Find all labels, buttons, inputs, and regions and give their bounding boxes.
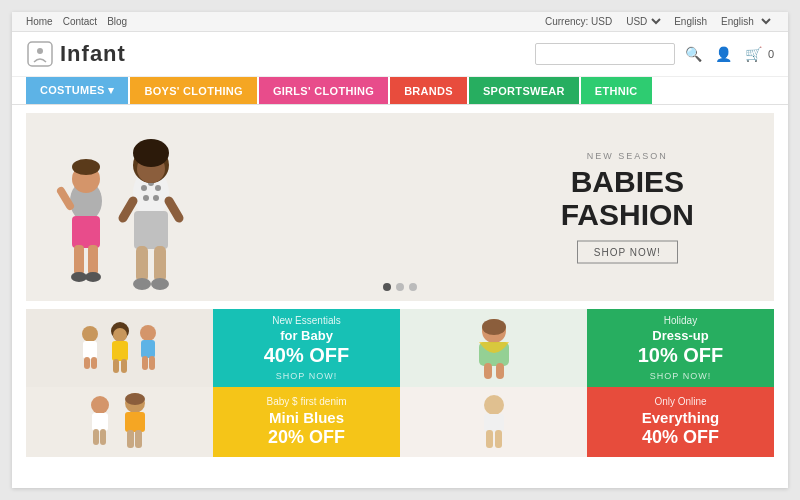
svg-point-14 xyxy=(155,185,161,191)
home-link[interactable]: Home xyxy=(26,16,53,27)
nav-bar: COSTUMES ▾ BOYS' CLOTHING GIRLS' CLOTHIN… xyxy=(12,77,788,105)
svg-rect-6 xyxy=(74,245,84,275)
dot-2[interactable] xyxy=(396,283,404,291)
promo3-discount: 20% OFF xyxy=(266,427,346,448)
search-icon[interactable]: 🔍 xyxy=(683,43,705,65)
svg-point-45 xyxy=(91,396,109,414)
svg-line-10 xyxy=(61,191,70,206)
logo-icon xyxy=(26,40,54,68)
svg-point-12 xyxy=(141,185,147,191)
promo-text-3[interactable]: Baby $ first denim Mini Blues 20% OFF xyxy=(213,387,400,457)
blog-link[interactable]: Blog xyxy=(107,16,127,27)
svg-point-20 xyxy=(133,139,169,167)
svg-rect-35 xyxy=(121,359,127,373)
currency-label: Currency: USD xyxy=(545,16,612,27)
svg-point-23 xyxy=(133,278,151,290)
svg-rect-37 xyxy=(141,340,155,358)
dot-3[interactable] xyxy=(409,283,417,291)
logo[interactable]: Infant xyxy=(26,40,126,68)
svg-rect-33 xyxy=(112,341,128,361)
promo-text-1[interactable]: New Essentials for Baby 40% OFF SHOP NOW… xyxy=(213,309,400,387)
language-select[interactable]: EnglishFrenchGerman xyxy=(717,15,774,28)
language-label: English xyxy=(674,16,707,27)
logo-text: Infant xyxy=(60,41,126,67)
cart-icon: 🛒 xyxy=(743,43,765,65)
svg-point-15 xyxy=(143,195,149,201)
promo-row-2: Baby $ first denim Mini Blues 20% OFF On… xyxy=(26,387,774,457)
svg-point-8 xyxy=(71,272,87,282)
svg-rect-52 xyxy=(127,430,134,448)
promo-text-2[interactable]: Holiday Dress-up 10% OFF SHOP NOW! xyxy=(587,309,774,387)
hero-title-line2: FASHION xyxy=(561,198,694,231)
svg-rect-17 xyxy=(134,211,168,249)
nav-costumes[interactable]: COSTUMES ▾ xyxy=(26,77,128,104)
hero-subtitle: NEW SEASON xyxy=(561,151,694,161)
promo2-shop: SHOP NOW! xyxy=(638,371,724,381)
svg-rect-28 xyxy=(83,341,97,359)
svg-point-16 xyxy=(153,195,159,201)
svg-rect-47 xyxy=(93,429,99,445)
cart-button[interactable]: 🛒 0 xyxy=(743,43,774,65)
promo1-label: New Essentials xyxy=(264,315,350,326)
hero-content: NEW SEASON BABIES FASHION SHOP NOW! xyxy=(561,151,694,264)
hero-shop-button[interactable]: SHOP NOW! xyxy=(577,241,678,264)
top-bar-right: Currency: USD USDEURGBP English EnglishF… xyxy=(545,15,774,28)
nav-ethnic[interactable]: ETHNIC xyxy=(581,77,652,104)
svg-rect-34 xyxy=(113,359,119,373)
slider-dots xyxy=(383,283,417,291)
nav-girls[interactable]: GIRLS' CLOTHING xyxy=(259,77,388,104)
svg-point-27 xyxy=(82,326,98,342)
svg-rect-43 xyxy=(484,363,492,379)
svg-rect-38 xyxy=(142,356,148,370)
nav-brands[interactable]: BRANDS xyxy=(390,77,467,104)
hero-banner: NEW SEASON BABIES FASHION SHOP NOW! xyxy=(26,113,774,301)
svg-rect-3 xyxy=(72,216,100,248)
nav-boys[interactable]: BOYS' CLOTHING xyxy=(130,77,256,104)
promo-text-4[interactable]: Only Online Everything 40% OFF xyxy=(587,387,774,457)
promo2-label: Holiday xyxy=(638,315,724,326)
promo-row-1: New Essentials for Baby 40% OFF SHOP NOW… xyxy=(26,309,774,387)
search-input[interactable] xyxy=(535,43,675,65)
promo3-label: Baby $ first denim xyxy=(266,396,346,407)
site-header: Infant 🔍 👤 🛒 0 xyxy=(12,32,788,77)
svg-rect-51 xyxy=(125,412,145,432)
svg-rect-22 xyxy=(154,246,166,282)
svg-point-5 xyxy=(72,159,100,175)
cart-count: 0 xyxy=(768,48,774,60)
svg-point-36 xyxy=(140,325,156,341)
promo2-img-1 xyxy=(26,387,213,457)
promo4-discount: 40% OFF xyxy=(642,427,720,448)
svg-line-25 xyxy=(123,201,133,218)
promo2-discount: 10% OFF xyxy=(638,344,724,367)
svg-point-32 xyxy=(113,328,127,342)
nav-sportswear[interactable]: SPORTSWEAR xyxy=(469,77,579,104)
top-bar: Home Contact Blog Currency: USD USDEURGB… xyxy=(12,12,788,32)
promo3-main: Mini Blues xyxy=(266,409,346,427)
promo-img-1 xyxy=(26,309,213,387)
svg-rect-56 xyxy=(486,430,493,448)
promo4-label: Only Online xyxy=(642,396,720,407)
header-right: 🔍 👤 🛒 0 xyxy=(535,43,774,65)
promo-img-2 xyxy=(400,309,587,387)
baby-figure-2 xyxy=(116,113,186,301)
svg-rect-21 xyxy=(136,246,148,282)
top-bar-links: Home Contact Blog xyxy=(26,16,127,27)
svg-rect-48 xyxy=(100,429,106,445)
svg-rect-29 xyxy=(84,357,90,369)
svg-rect-57 xyxy=(495,430,502,448)
svg-rect-39 xyxy=(149,356,155,370)
user-icon[interactable]: 👤 xyxy=(713,43,735,65)
svg-point-54 xyxy=(484,395,504,415)
svg-line-26 xyxy=(169,201,179,218)
svg-rect-7 xyxy=(88,245,98,275)
svg-rect-55 xyxy=(484,414,504,432)
promo1-main: for Baby xyxy=(264,328,350,344)
hero-title-line1: BABIES xyxy=(571,165,684,198)
promo1-shop: SHOP NOW! xyxy=(264,371,350,381)
svg-point-50 xyxy=(125,393,145,405)
contact-link[interactable]: Contact xyxy=(63,16,97,27)
dot-1[interactable] xyxy=(383,283,391,291)
promo2-img-2 xyxy=(400,387,587,457)
currency-select[interactable]: USDEURGBP xyxy=(622,15,664,28)
svg-point-9 xyxy=(85,272,101,282)
